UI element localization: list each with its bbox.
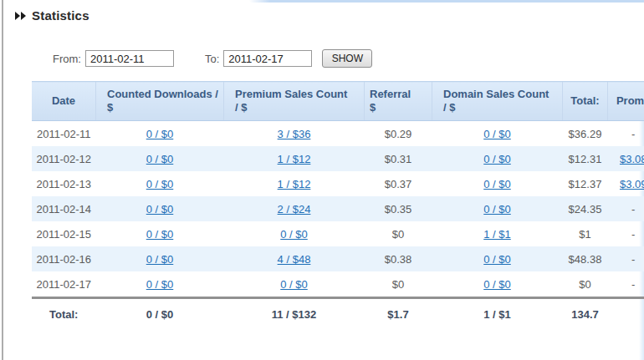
column-header-counted: Counted Downloads / $ (96, 82, 224, 121)
referral-value: $0.37 (385, 178, 412, 190)
total-value: $0 (579, 278, 590, 291)
promo-link[interactable]: $3.09 (620, 178, 644, 190)
table-row: 2011-02-160 / $04 / $48$0.380 / $0$48.38… (32, 246, 644, 271)
premium-link[interactable]: 1 / $12 (278, 153, 311, 165)
column-header-total: Total: (563, 82, 608, 121)
domain-link[interactable]: 0 / $0 (483, 178, 511, 190)
counted-link[interactable]: 0 / $0 (146, 203, 174, 215)
referral-value: $0.29 (385, 128, 412, 140)
show-button[interactable]: SHOW (322, 49, 372, 68)
date-value: 2011-02-16 (36, 253, 91, 266)
promo-value: - (631, 278, 635, 291)
statistics-table-container: DateCounted Downloads / $Premium Sales C… (32, 81, 644, 330)
referral-value: $0 (392, 228, 404, 241)
domain-link[interactable]: 0 / $0 (483, 153, 511, 165)
table-row: 2011-02-140 / $02 / $24$0.350 / $0$24.35… (32, 196, 644, 221)
counted-link[interactable]: 0 / $0 (146, 153, 174, 165)
total-value: $12.31 (569, 153, 602, 165)
referral-value: $0.35 (385, 203, 412, 215)
column-header-referral: Referral $ (365, 82, 432, 121)
column-header-promo: Promo (608, 82, 644, 121)
total-referral: $1.7 (387, 308, 408, 321)
date-value: 2011-02-14 (36, 203, 91, 215)
double-chevron-right-icon (15, 12, 26, 20)
panel-left-border (2, 0, 3, 360)
total-total: 134.7 (571, 308, 599, 321)
total-value: $48.38 (569, 253, 602, 266)
domain-link[interactable]: 1 / $1 (483, 228, 511, 241)
total-premium: 11 / $132 (272, 308, 317, 321)
premium-link[interactable]: 1 / $12 (278, 178, 311, 190)
statistics-table: DateCounted Downloads / $Premium Sales C… (32, 81, 644, 330)
promo-value: - (631, 228, 635, 241)
counted-link[interactable]: 0 / $0 (146, 253, 174, 266)
total-value: $12.37 (569, 178, 602, 190)
promo-value: - (631, 128, 635, 140)
premium-link[interactable]: 0 / $0 (280, 228, 308, 241)
domain-link[interactable]: 0 / $0 (483, 253, 511, 266)
total-date: Total: (49, 308, 78, 321)
counted-link[interactable]: 0 / $0 (146, 128, 174, 140)
header-row: DateCounted Downloads / $Premium Sales C… (32, 82, 644, 121)
column-header-date: Date (32, 82, 96, 121)
total-row: Total:0 / $011 / $132$1.71 / $1134.7 (32, 298, 644, 331)
page-title-text: Statistics (32, 8, 89, 23)
counted-link[interactable]: 0 / $0 (146, 178, 174, 190)
domain-link[interactable]: 0 / $0 (483, 128, 511, 140)
counted-link[interactable]: 0 / $0 (146, 278, 174, 291)
promo-value: - (631, 253, 635, 266)
from-date-input[interactable] (85, 50, 174, 67)
to-label: To: (205, 53, 219, 65)
total-value: $1 (579, 228, 590, 241)
table-row: 2011-02-150 / $00 / $0$01 / $1$1- (32, 221, 644, 246)
referral-value: $0.38 (385, 253, 412, 266)
to-date-input[interactable] (223, 50, 312, 67)
premium-link[interactable]: 4 / $48 (278, 253, 311, 266)
premium-link[interactable]: 2 / $24 (278, 203, 311, 215)
page-title: Statistics (15, 8, 89, 23)
date-value: 2011-02-13 (36, 178, 91, 190)
domain-link[interactable]: 0 / $0 (483, 203, 511, 215)
top-panel-edge (249, 0, 644, 3)
date-value: 2011-02-17 (36, 278, 91, 291)
table-body: 2011-02-110 / $03 / $36$0.290 / $0$36.29… (32, 121, 644, 298)
total-value: $36.29 (569, 128, 602, 140)
domain-link[interactable]: 0 / $0 (483, 278, 511, 291)
table-row: 2011-02-110 / $03 / $36$0.290 / $0$36.29… (32, 121, 644, 147)
table-row: 2011-02-130 / $01 / $12$0.370 / $0$12.37… (32, 171, 644, 196)
total-value: $24.35 (569, 203, 602, 215)
column-header-premium: Premium Sales Count / $ (224, 82, 365, 121)
referral-value: $0.31 (385, 153, 412, 165)
promo-link[interactable]: $3.08 (620, 153, 644, 165)
total-counted: 0 / $0 (146, 308, 174, 321)
date-filter-form: From: To: SHOW (53, 49, 372, 68)
date-value: 2011-02-12 (36, 153, 91, 165)
counted-link[interactable]: 0 / $0 (146, 228, 174, 241)
premium-link[interactable]: 0 / $0 (280, 278, 308, 291)
column-header-domain: Domain Sales Count / $ (432, 82, 563, 121)
premium-link[interactable]: 3 / $36 (278, 128, 311, 140)
date-value: 2011-02-15 (36, 228, 91, 241)
table-row: 2011-02-120 / $01 / $12$0.310 / $0$12.31… (32, 146, 644, 171)
referral-value: $0 (392, 278, 404, 291)
promo-value: - (631, 203, 635, 215)
date-value: 2011-02-11 (37, 128, 91, 140)
total-domain: 1 / $1 (483, 308, 511, 321)
from-label: From: (53, 53, 81, 65)
table-row: 2011-02-170 / $00 / $0$00 / $0$0- (32, 271, 644, 298)
